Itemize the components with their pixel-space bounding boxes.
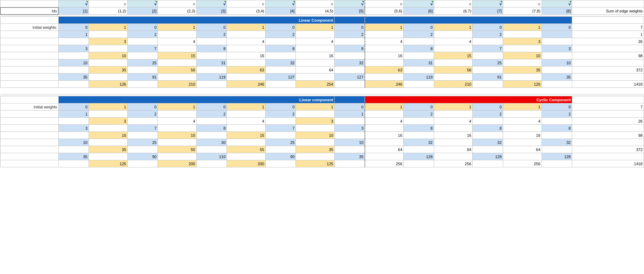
s1-r6-v1: [58, 66, 89, 74]
s1-r1-e45: [296, 31, 335, 38]
s2-r4-e23: 15: [158, 132, 197, 139]
s2-r7-v5: 35: [335, 153, 365, 160]
s2-r2-v8: [542, 118, 572, 125]
s1-r4-v8: [542, 52, 572, 59]
s2-r7-e45: [296, 153, 335, 160]
col-e67-header: e: [434, 0, 473, 7]
s1-r3-v6: 8: [404, 45, 434, 52]
s2-r8-e12: 125: [89, 160, 128, 167]
s1-r5-e12: [89, 59, 128, 66]
s1-r7-v1: 35: [58, 74, 89, 81]
s2-r1-v4: 2: [266, 111, 296, 118]
s1-r0-v6: 0: [404, 24, 434, 31]
col-e34-header: e: [227, 0, 266, 7]
sum-of-edge-weights-label: Sum of edge weights: [572, 7, 644, 15]
s1-r3-v4: 8: [266, 45, 296, 52]
s2-row-1: 1 2 2 2 1 2 2 2: [0, 111, 644, 118]
s1-r4-v7: [473, 52, 503, 59]
s2-r6-v7: [473, 146, 503, 153]
s2-r8-v8: [542, 160, 572, 167]
s2-r8-e78: 256: [503, 160, 542, 167]
s2-r5-v4: 25: [266, 139, 296, 146]
section2-dashed: [335, 96, 365, 103]
s2-r5-v6: 32: [404, 139, 434, 146]
s2-r6-v8: [542, 146, 572, 153]
s1-r7-e67: [434, 74, 473, 81]
s1-r5-sum: [572, 59, 644, 66]
col-e78-header: e: [503, 0, 542, 7]
s1-row-5: 10 25 31 32 32 31 25 10: [0, 59, 644, 66]
s2-r3-v4: 7: [266, 125, 296, 132]
s2-r0-v2: 0: [127, 103, 158, 111]
s2-r6-v4: [266, 146, 296, 153]
col-12-label: (1,2): [89, 7, 128, 15]
s2-r5-e12: [89, 139, 128, 146]
s1-initial-weights-label: Initial weights:: [0, 24, 58, 31]
s1-r1-v7: 2: [473, 31, 503, 38]
s2-r7-e23: [158, 153, 197, 160]
s1-r5-e67: [434, 59, 473, 66]
s2-r2-v1: [58, 118, 89, 125]
s1-r0-e56: 1: [365, 24, 404, 31]
s1-r4-v5: [335, 52, 365, 59]
s2-r3-label: [0, 125, 58, 132]
s2-r1-e34: [227, 111, 266, 118]
s1-r7-sum: [572, 74, 644, 81]
s2-r5-v2: 25: [127, 139, 158, 146]
s2-r0-v5: 0: [335, 103, 365, 111]
s2-r6-e23: 55: [158, 146, 197, 153]
s1-row-7: 35 91 119 127 127 119 91 35: [0, 74, 644, 81]
s1-r7-e23: [158, 74, 197, 81]
s2-r1-e23: [158, 111, 197, 118]
s2-r8-v2: [127, 160, 158, 167]
s2-r5-e23: [158, 139, 197, 146]
s1-r6-e12: 35: [89, 66, 128, 74]
s1-r0-e23: 1: [158, 24, 197, 31]
s2-r7-e67: [434, 153, 473, 160]
s2-r1-e67: [434, 111, 473, 118]
s2-r5-v1: 10: [58, 139, 89, 146]
s1-r1-v1: 1: [58, 31, 89, 38]
s1-r6-e78: 35: [503, 66, 542, 74]
s2-r2-sum: 26: [572, 118, 644, 125]
s2-r8-v4: [266, 160, 296, 167]
s2-r3-e34: [227, 125, 266, 132]
s2-r8-v6: [404, 160, 434, 167]
s2-r3-e12: [89, 125, 128, 132]
s1-r2-v7: [473, 38, 503, 45]
s2-r1-v7: 2: [473, 111, 503, 118]
s1-r8-e45: 254: [296, 81, 335, 88]
s2-r7-label: [0, 153, 58, 160]
s2-r0-e45: 1: [296, 103, 335, 111]
col-v5-header: v: [335, 0, 365, 7]
s2-r8-label: [0, 160, 58, 167]
s1-r1-e34: [227, 31, 266, 38]
s1-r4-v4: [266, 52, 296, 59]
s2-r6-v1: [58, 146, 89, 153]
s2-r2-e12: 3: [89, 118, 128, 125]
s1-r7-v6: 119: [404, 74, 434, 81]
s2-r1-e56: [365, 111, 404, 118]
s2-r4-e34: 15: [227, 132, 266, 139]
s1-row-6: 35 56 63 64 63 56 35 372: [0, 66, 644, 74]
s1-r8-e78: 126: [503, 81, 542, 88]
s1-row-4: 10 15 16 16 16 15 10 98: [0, 52, 644, 59]
s1-r1-sum: 1: [572, 31, 644, 38]
s2-initial-weights-label: Initial weights: [0, 103, 58, 111]
s2-r5-sum: [572, 139, 644, 146]
s2-r7-e78: [503, 153, 542, 160]
s2-r6-label: [0, 146, 58, 153]
s2-r6-sum: 372: [572, 146, 644, 153]
s2-r1-v5: 1: [335, 111, 365, 118]
s2-r2-e34: 4: [227, 118, 266, 125]
s1-r4-e45: 16: [296, 52, 335, 59]
s2-r3-v7: 8: [473, 125, 503, 132]
s2-r8-e67: 256: [434, 160, 473, 167]
s2-r3-sum: [572, 125, 644, 132]
s1-r8-e34: 246: [227, 81, 266, 88]
s2-r4-e45: 10: [296, 132, 335, 139]
sum-header-top: [572, 0, 644, 7]
s1-r1-v2: 2: [127, 31, 158, 38]
s2-r4-v8: [542, 132, 572, 139]
col-e23-header: e: [158, 0, 197, 7]
